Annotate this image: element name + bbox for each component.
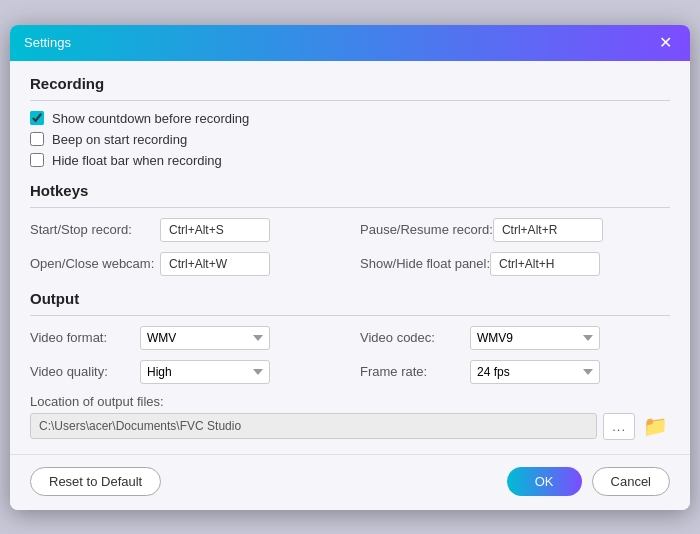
output-divider <box>30 315 670 316</box>
hotkey-input-start-stop[interactable] <box>160 218 270 242</box>
hotkey-input-webcam[interactable] <box>160 252 270 276</box>
location-input[interactable] <box>30 413 597 439</box>
floatbar-checkbox[interactable] <box>30 153 44 167</box>
footer-actions: OK Cancel <box>507 467 670 496</box>
hotkey-label-start-stop: Start/Stop record: <box>30 222 160 237</box>
recording-section: Recording Show countdown before recordin… <box>30 75 670 168</box>
hotkeys-title: Hotkeys <box>30 182 670 199</box>
countdown-label: Show countdown before recording <box>52 111 249 126</box>
hotkey-input-pause-resume[interactable] <box>493 218 603 242</box>
output-row-framerate: Frame rate: 15 fps 24 fps 30 fps 60 fps <box>360 360 670 384</box>
folder-icon: 📁 <box>643 415 668 437</box>
open-folder-button[interactable]: 📁 <box>641 414 670 438</box>
output-section: Output Video format: WMV MP4 AVI MOV Vid… <box>30 290 670 440</box>
video-codec-select[interactable]: WMV9 H.264 H.265 <box>470 326 600 350</box>
output-label-format: Video format: <box>30 330 140 345</box>
output-label-framerate: Frame rate: <box>360 364 470 379</box>
hotkeys-section: Hotkeys Start/Stop record: Pause/Resume … <box>30 182 670 276</box>
recording-title: Recording <box>30 75 670 92</box>
video-quality-select[interactable]: Low Medium High Ultra High <box>140 360 270 384</box>
recording-divider <box>30 100 670 101</box>
ok-button[interactable]: OK <box>507 467 582 496</box>
hotkey-row-float-panel: Show/Hide float panel: <box>360 252 670 276</box>
output-row-quality: Video quality: Low Medium High Ultra Hig… <box>30 360 340 384</box>
countdown-checkbox[interactable] <box>30 111 44 125</box>
hotkey-input-float-panel[interactable] <box>490 252 600 276</box>
hotkey-label-webcam: Open/Close webcam: <box>30 256 160 271</box>
floatbar-label: Hide float bar when recording <box>52 153 222 168</box>
reset-button[interactable]: Reset to Default <box>30 467 161 496</box>
hotkey-row-webcam: Open/Close webcam: <box>30 252 340 276</box>
hotkeys-divider <box>30 207 670 208</box>
video-format-select[interactable]: WMV MP4 AVI MOV <box>140 326 270 350</box>
close-button[interactable]: ✕ <box>655 35 676 51</box>
settings-dialog: Settings ✕ Recording Show countdown befo… <box>10 25 690 510</box>
hotkey-row-pause-resume: Pause/Resume record: <box>360 218 670 242</box>
browse-dots-button[interactable]: ... <box>603 413 635 440</box>
checkbox-row-beep: Beep on start recording <box>30 132 670 147</box>
output-row-format: Video format: WMV MP4 AVI MOV <box>30 326 340 350</box>
output-label-quality: Video quality: <box>30 364 140 379</box>
cancel-button[interactable]: Cancel <box>592 467 670 496</box>
hotkey-grid: Start/Stop record: Pause/Resume record: … <box>30 218 670 276</box>
location-row: ... 📁 <box>30 413 670 440</box>
main-content: Recording Show countdown before recordin… <box>10 61 690 454</box>
checkbox-row-countdown: Show countdown before recording <box>30 111 670 126</box>
output-title: Output <box>30 290 670 307</box>
hotkey-label-float-panel: Show/Hide float panel: <box>360 256 490 271</box>
dialog-title: Settings <box>24 35 71 50</box>
output-grid: Video format: WMV MP4 AVI MOV Video code… <box>30 326 670 384</box>
output-label-codec: Video codec: <box>360 330 470 345</box>
beep-checkbox[interactable] <box>30 132 44 146</box>
footer: Reset to Default OK Cancel <box>10 454 690 510</box>
location-label: Location of output files: <box>30 394 670 409</box>
hotkey-label-pause-resume: Pause/Resume record: <box>360 222 493 237</box>
hotkey-row-start-stop: Start/Stop record: <box>30 218 340 242</box>
checkbox-row-floatbar: Hide float bar when recording <box>30 153 670 168</box>
beep-label: Beep on start recording <box>52 132 187 147</box>
frame-rate-select[interactable]: 15 fps 24 fps 30 fps 60 fps <box>470 360 600 384</box>
output-row-codec: Video codec: WMV9 H.264 H.265 <box>360 326 670 350</box>
title-bar: Settings ✕ <box>10 25 690 61</box>
